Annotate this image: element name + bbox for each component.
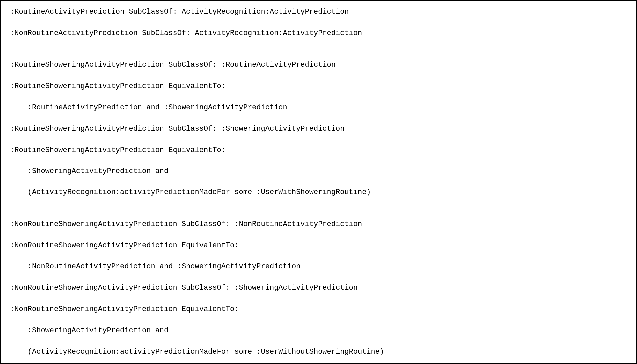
code-line: :NonRoutineShoweringActivityPrediction E… [10, 240, 627, 251]
code-line: :ShoweringActivityPrediction and [10, 166, 627, 177]
code-line: :RoutineShoweringActivityPrediction SubC… [10, 124, 627, 134]
code-line: (ActivityRecognition:activityPredictionM… [10, 187, 627, 198]
code-line: :RoutineShoweringActivityPrediction Equi… [10, 145, 627, 156]
code-block: :RoutineActivityPrediction SubClassOf: A… [10, 7, 627, 364]
code-line: :RoutineShoweringActivityPrediction SubC… [10, 60, 627, 70]
code-line: :NonRoutineShoweringActivityPrediction E… [10, 304, 627, 315]
code-line: (ActivityRecognition:activityPredictionM… [10, 347, 627, 357]
code-line: :RoutineActivityPrediction SubClassOf: A… [10, 7, 627, 17]
code-line: :RoutineShoweringActivityPrediction Equi… [10, 81, 627, 92]
code-listing-box: :RoutineActivityPrediction SubClassOf: A… [0, 0, 637, 364]
code-line: :ShoweringActivityPrediction and [10, 325, 627, 336]
code-line: :NonRoutineActivityPrediction SubClassOf… [10, 28, 627, 39]
code-line: :NonRoutineShoweringActivityPrediction S… [10, 283, 627, 293]
code-line: :NonRoutineActivityPrediction and :Showe… [10, 261, 627, 272]
code-line: :NonRoutineShoweringActivityPrediction S… [10, 219, 627, 230]
code-line: :RoutineActivityPrediction and :Showerin… [10, 102, 627, 113]
